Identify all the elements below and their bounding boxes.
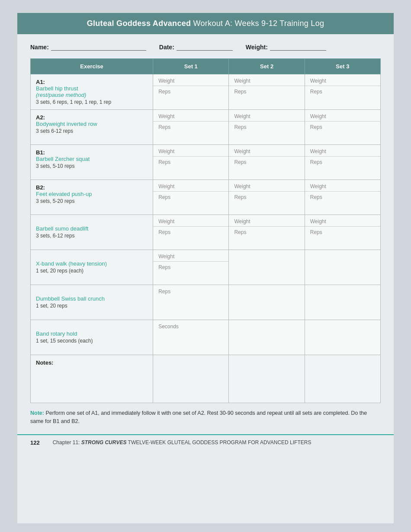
exercise-name-extra: (rest/pause method) [36,92,148,98]
table-row: Barbell sumo deadlift 3 sets, 6-12 reps … [31,215,381,250]
set3-cell: Weight Reps [305,145,380,180]
note-text: Perform one set of A1, and immediately f… [30,410,367,424]
weight-entry: Weight [229,110,304,121]
name-field: Name: [30,43,146,51]
reps-entry: Reps [229,157,304,169]
exercise-cell: Band rotary hold 1 set, 15 seconds (each… [31,320,153,355]
exercise-sets: 3 sets, 5-20 reps [36,198,148,204]
table-row: Dumbbell Swiss ball crunch 1 set, 20 rep… [31,285,381,320]
set1-cell: Weight Reps [153,110,229,145]
exercise-sets: 3 sets, 5-10 reps [36,163,148,169]
exercise-name: Band rotary hold [36,330,148,337]
set3-cell: Weight Reps [305,74,380,110]
set2-cell: Weight Reps [229,180,305,215]
col-set1: Set 1 [153,59,229,74]
weight-entry: Weight [305,74,380,86]
col-exercise: Exercise [31,59,153,74]
reps-entry: Reps [153,262,228,274]
notes-row: Notes: [31,355,381,403]
exercise-cell: B1: Barbell Zercher squat 3 sets, 5-10 r… [31,145,153,180]
weight-entry: Weight [229,74,304,86]
exercise-cell: X-band walk (heavy tension) 1 set, 20 re… [31,250,153,285]
table-header-row: Exercise Set 1 Set 2 Set 3 [31,59,381,74]
exercise-sets: 1 set, 15 seconds (each) [36,338,148,344]
reps-entry: Reps [229,122,304,134]
weight-entry: Weight [153,110,228,121]
page-container: Gluteal Goddess Advanced Workout A: Week… [17,13,394,523]
exercise-label: A1: [36,79,148,85]
set1-cell: Weight Reps [153,180,229,215]
name-label: Name: [30,44,49,51]
exercise-label: B1: [36,149,148,156]
chapter-italic: STRONG CURVES [81,439,127,445]
set1-cell: Reps [153,285,229,320]
set2-cell: Weight Reps [229,145,305,180]
exercise-sets: 3 sets, 6 reps, 1 rep, 1 rep, 1 rep [36,99,148,105]
table-row: B1: Barbell Zercher squat 3 sets, 5-10 r… [31,145,381,180]
form-row: Name: Date: Weight: [17,43,394,51]
reps-entry: Reps [153,227,228,239]
page-number: 122 [30,439,40,446]
chapter-prefix: Chapter 11: [53,439,81,445]
set1-cell: Seconds [153,320,229,355]
reps-entry: Reps [153,122,228,134]
notes-set3 [305,355,380,403]
set3-cell: Weight Reps [305,110,380,145]
exercise-sets: 3 sets, 6-12 reps [36,233,148,239]
name-input[interactable] [51,43,146,51]
page-title: Gluteal Goddess Advanced Workout A: Week… [26,19,385,28]
date-input[interactable] [177,43,233,51]
exercise-label: B2: [36,184,148,191]
reps-entry: Reps [305,192,380,204]
note-label: Note: [30,410,44,416]
reps-only-entry: Reps [153,285,228,296]
exercise-name: Bodyweight inverted row [36,121,148,127]
reps-entry: Reps [153,192,228,204]
exercise-name: Barbell hip thrust [36,85,148,92]
exercise-cell: Barbell sumo deadlift 3 sets, 6-12 reps [31,215,153,250]
col-set3: Set 3 [305,59,380,74]
exercise-cell: B2: Feet elevated push-up 3 sets, 5-20 r… [31,180,153,215]
set3-cell: Weight Reps [305,215,380,250]
reps-entry: Reps [229,192,304,204]
table-row: Band rotary hold 1 set, 15 seconds (each… [31,320,381,355]
exercise-cell: A2: Bodyweight inverted row 3 sets 6-12 … [31,110,153,145]
set2-cell [229,320,305,355]
exercise-name: Dumbbell Swiss ball crunch [36,295,148,302]
reps-entry: Reps [153,86,228,98]
weight-entry: Weight [305,180,380,191]
note-footer: Note: Perform one set of A1, and immedia… [17,403,394,430]
set3-cell [305,250,380,285]
reps-entry: Reps [229,86,304,98]
exercise-sets: 1 set, 20 reps (each) [36,268,148,274]
set1-cell: Weight Reps [153,145,229,180]
set2-cell: Weight Reps [229,74,305,110]
set2-cell: Weight Reps [229,110,305,145]
exercise-sets: 1 set, 20 reps [36,303,148,309]
header-bar: Gluteal Goddess Advanced Workout A: Week… [17,13,394,34]
weight-field: Weight: [246,43,326,51]
weight-entry: Weight [229,180,304,191]
chapter-rest: TWELVE-WEEK GLUTEAL GODDESS PROGRAM FOR … [126,439,311,445]
weight-entry: Weight [229,145,304,156]
exercise-name: Barbell sumo deadlift [36,225,148,232]
weight-entry: Weight [305,215,380,226]
set3-cell: Weight Reps [305,180,380,215]
table-row: B2: Feet elevated push-up 3 sets, 5-20 r… [31,180,381,215]
weight-entry: Weight [229,215,304,226]
exercise-cell: A1: Barbell hip thrust (rest/pause metho… [31,74,153,110]
reps-entry: Reps [305,227,380,239]
weight-input[interactable] [270,43,326,51]
weight-entry: Weight [153,250,228,261]
set1-cell: Weight Reps [153,250,229,285]
seconds-entry: Seconds [153,320,228,331]
exercise-sets: 3 sets 6-12 reps [36,128,148,134]
exercise-name: Feet elevated push-up [36,191,148,197]
set3-cell [305,320,380,355]
weight-entry: Weight [305,145,380,156]
weight-entry: Weight [305,110,380,121]
footer-chapter: Chapter 11: STRONG CURVES TWELVE-WEEK GL… [53,439,311,445]
weight-entry: Weight [153,145,228,156]
reps-entry: Reps [153,157,228,169]
notes-label-cell: Notes: [31,355,153,403]
